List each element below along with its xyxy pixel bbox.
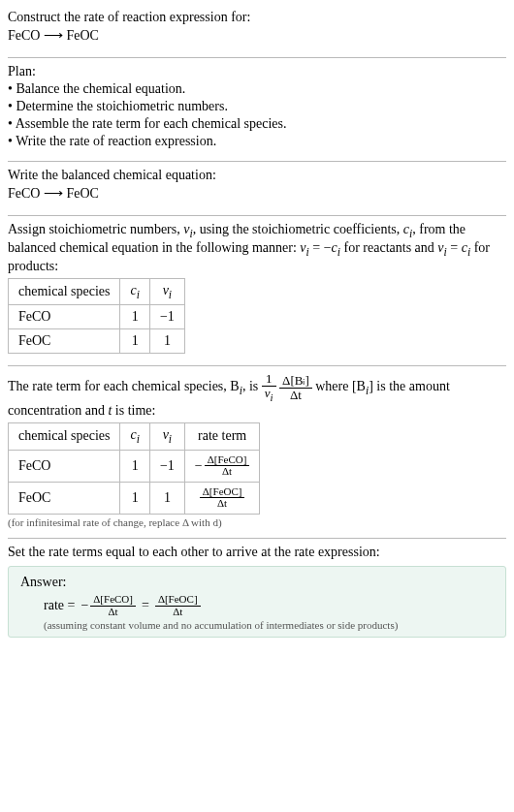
frac-num: Δ[Bᵢ] (279, 374, 312, 389)
cell-nui: −1 (149, 450, 184, 482)
table-header-row: chemical species ci νi rate term (9, 422, 260, 450)
table-row: FeOC 1 1 Δ[FeOC] Δt (9, 482, 260, 514)
cell-nui: −1 (149, 305, 184, 329)
rate-term-section: The rate term for each chemical species,… (8, 368, 506, 536)
table-row: FeOC 1 1 (9, 329, 185, 354)
plan-label: Plan: (8, 64, 506, 79)
balanced-title: Write the balanced chemical equation: (8, 168, 506, 183)
rate-table: chemical species ci νi rate term FeCO 1 … (8, 422, 260, 515)
frac-den: Δt (205, 466, 250, 478)
eq-lhs: FeCO (8, 28, 40, 43)
final-section: Set the rate terms equal to each other t… (8, 541, 506, 645)
answer-expression: rate = − Δ[FeCO] Δt = Δ[FeOC] Δt (20, 594, 494, 617)
col-ci: ci (120, 278, 149, 305)
lhs-term: − Δ[FeCO] Δt (80, 594, 136, 617)
arrow-icon: ⟶ (44, 185, 63, 201)
text: Assign stoichiometric numbers, (8, 222, 183, 236)
text: is time: (112, 403, 155, 418)
fraction: Δ[FeCO] Δt (205, 454, 250, 478)
cell-species: FeCO (9, 305, 120, 329)
table-header-row: chemical species ci νi (9, 278, 185, 305)
fraction: Δ[FeOC] Δt (200, 486, 245, 510)
rate-term-text: The rate term for each chemical species,… (8, 372, 506, 419)
table-row: FeCO 1 −1 (9, 305, 185, 329)
text: = (447, 240, 462, 255)
page: Construct the rate of reaction expressio… (0, 0, 514, 655)
cell-ci: 1 (120, 482, 149, 514)
equals-sign: = (142, 598, 149, 613)
cell-species: FeCO (9, 450, 120, 482)
neg-sign: − (80, 598, 88, 613)
cell-nui: 1 (149, 329, 184, 354)
fraction: Δ[FeOC] Δt (155, 594, 201, 617)
plan-item: • Write the rate of reaction expression. (8, 134, 506, 149)
col-nui: νi (149, 422, 184, 450)
answer-box: Answer: rate = − Δ[FeCO] Δt = Δ[FeOC] Δt… (8, 566, 506, 638)
plan-item: • Assemble the rate term for each chemic… (8, 116, 506, 132)
balanced-section: Write the balanced chemical equation: Fe… (8, 164, 506, 213)
plan-list: • Balance the chemical equation. • Deter… (8, 81, 506, 149)
col-rate-term: rate term (184, 422, 260, 450)
eq-lhs: FeCO (8, 186, 40, 201)
sub-i: i (137, 433, 140, 446)
rate-label: rate = (44, 598, 75, 613)
cell-ci: 1 (120, 450, 149, 482)
frac-num: 1 (262, 372, 276, 387)
frac-num: Δ[FeCO] (90, 594, 136, 607)
divider (8, 161, 506, 162)
assign-section: Assign stoichiometric numbers, νi, using… (8, 218, 506, 363)
cell-ci: 1 (120, 329, 149, 354)
assign-text: Assign stoichiometric numbers, νi, using… (8, 222, 506, 274)
text: , using the stoichiometric coefficients, (193, 222, 403, 236)
final-intro: Set the rate terms equal to each other t… (8, 545, 506, 560)
col-ci: ci (120, 422, 149, 450)
cell-species: FeOC (9, 329, 120, 354)
answer-note: (assuming constant volume and no accumul… (20, 619, 494, 631)
fraction-one-over-nu: 1 νi (262, 372, 276, 403)
stoich-table: chemical species ci νi FeCO 1 −1 FeOC 1 … (8, 278, 185, 355)
eq-rhs: FeOC (66, 28, 98, 43)
answer-label: Answer: (20, 575, 494, 590)
frac-den: Δt (200, 498, 245, 510)
text: , is (242, 379, 262, 393)
fraction-delta-b: Δ[Bᵢ] Δt (279, 374, 312, 401)
balanced-equation: FeCO ⟶ FeOC (8, 185, 506, 202)
text: where [B (315, 379, 366, 393)
divider (8, 215, 506, 216)
cell-nui: 1 (149, 482, 184, 514)
plan-item: • Balance the chemical equation. (8, 81, 506, 97)
plan-item: • Determine the stoichiometric numbers. (8, 99, 506, 114)
frac-den: νi (262, 387, 276, 403)
fraction: Δ[FeCO] Δt (90, 594, 136, 617)
prompt-title: Construct the rate of reaction expressio… (8, 10, 506, 25)
frac-den: Δt (90, 607, 136, 618)
plan-section: Plan: • Balance the chemical equation. •… (8, 60, 506, 159)
cell-rate-term: − Δ[FeCO] Δt (184, 450, 260, 482)
cell-species: FeOC (9, 482, 120, 514)
sub-i: i (169, 288, 172, 300)
col-species: chemical species (9, 422, 120, 450)
divider (8, 365, 506, 366)
sub-i: i (137, 288, 140, 300)
table-row: FeCO 1 −1 − Δ[FeCO] Δt (9, 450, 260, 482)
sub-i: i (271, 391, 273, 403)
eq-rhs: FeOC (66, 186, 98, 201)
text: for reactants and (340, 240, 437, 255)
prompt-equation: FeCO ⟶ FeOC (8, 27, 506, 44)
prompt-section: Construct the rate of reaction expressio… (8, 6, 506, 55)
sub-i: i (169, 433, 172, 446)
frac-den: Δt (279, 389, 312, 402)
delta-t: Δt (290, 388, 302, 402)
cell-ci: 1 (120, 305, 149, 329)
frac-num: Δ[FeOC] (155, 594, 201, 607)
col-nui: νi (149, 278, 184, 305)
text: The rate term for each chemical species,… (8, 379, 240, 393)
infinitesimal-note: (for infinitesimal rate of change, repla… (8, 516, 506, 528)
divider (8, 538, 506, 539)
cell-rate-term: Δ[FeOC] Δt (184, 482, 260, 514)
col-species: chemical species (9, 278, 120, 305)
divider (8, 57, 506, 58)
neg-sign: − (195, 458, 203, 474)
text: = − (309, 240, 332, 255)
arrow-icon: ⟶ (44, 27, 63, 43)
